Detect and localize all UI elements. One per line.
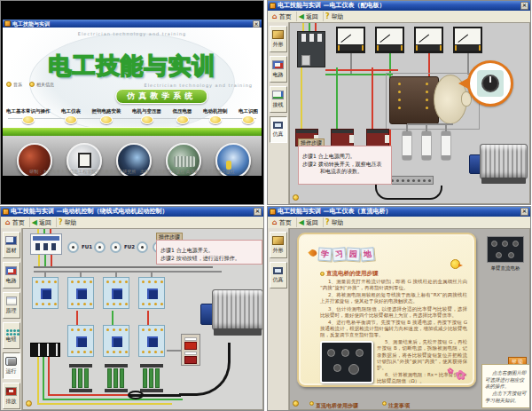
- link-usage-steps[interactable]: 直流电桥使用步骤: [309, 394, 358, 410]
- bridge-photo: [320, 341, 373, 383]
- menu-oval-icon: [242, 115, 254, 124]
- menu-item-diagrams[interactable]: 电工识图: [239, 108, 258, 124]
- home-button[interactable]: ⌂首页: [270, 12, 297, 21]
- home-button[interactable]: ⌂首页: [270, 217, 297, 227]
- sidebar-item-principle[interactable]: 原理: [3, 292, 20, 319]
- fuse-cartridge: [441, 130, 451, 161]
- title-bar[interactable]: 电工技能与实训 —电工仪表（直流电桥） ×: [268, 207, 530, 217]
- fuse-label: FU2: [124, 244, 135, 249]
- sidebar-item-simulation[interactable]: 仿真: [270, 116, 287, 143]
- menu-item-basics[interactable]: 电工基本常识与操作: [6, 108, 51, 124]
- music-icon[interactable]: [26, 400, 32, 407]
- wire: [112, 311, 113, 325]
- sidebar-item-troubleshoot[interactable]: 排故: [3, 383, 20, 409]
- window-title: 电工技能与实训 —电工仪表（直流电桥）: [278, 207, 519, 217]
- flower-decoration: ✿: [447, 367, 453, 375]
- music-icon: [6, 82, 12, 87]
- info-button[interactable]: 相关信息: [29, 82, 54, 87]
- motor: [200, 288, 263, 343]
- help-button[interactable]: ?帮助: [324, 12, 348, 21]
- close-button[interactable]: ×: [254, 208, 262, 216]
- app-icon: [4, 20, 11, 27]
- app-icon: [3, 209, 9, 215]
- back-button[interactable]: ◀返回: [297, 12, 324, 21]
- back-button[interactable]: ◀返回: [297, 217, 324, 227]
- breaker-rocker[interactable]: [43, 243, 48, 250]
- splash-content: Electrician technology and training 音乐 相…: [3, 28, 262, 176]
- music-button[interactable]: 音乐: [6, 82, 22, 87]
- back-label: 返回: [39, 218, 51, 227]
- motor-cable: [179, 343, 231, 396]
- fuse-cartridge: [402, 130, 412, 161]
- help-button[interactable]: ?帮助: [324, 217, 348, 227]
- contactor: [67, 325, 94, 357]
- title-bar[interactable]: 电工技能与实训 —电动机控制（绕线式电动机起动控制） ×: [1, 207, 263, 217]
- music-icon[interactable]: [293, 194, 299, 201]
- motor: [467, 142, 530, 192]
- sidebar-item-appearance[interactable]: 外形: [270, 26, 287, 52]
- magnifier-callout[interactable]: [467, 60, 513, 107]
- menu-item-meters[interactable]: 电工仪表: [61, 108, 81, 124]
- sidebar-item-wiring[interactable]: 接线: [270, 86, 287, 113]
- window-motor-control: 电工技能与实训 —电动机控制（绕线式电动机起动控制） × ⌂首页 ◀返回 ?帮助…: [0, 206, 264, 411]
- title-bar[interactable]: 电工技能与实训 ×: [3, 20, 262, 28]
- sidebar-item-appearance[interactable]: 外形: [270, 232, 287, 258]
- transfer-switch[interactable]: [389, 76, 439, 124]
- menu-item-lighting[interactable]: 照明电路安装: [92, 108, 121, 124]
- current-transformer: [331, 129, 354, 146]
- menu-oval-icon: [100, 115, 113, 124]
- sidebar-item-simulation[interactable]: 仿真: [270, 262, 287, 288]
- window-title: 电工技能与实训 —电动机控制（绕线式电动机起动控制）: [11, 207, 252, 217]
- help-line: 点击右侧图片即可选择进行相应仪表的操作。: [485, 370, 528, 391]
- duck-mascot-icon: [450, 259, 460, 269]
- wire: [406, 124, 408, 131]
- sidebar-item-circuit[interactable]: 电路: [270, 56, 287, 83]
- motor-base: [481, 178, 526, 184]
- sidebar: 器材 电路 原理 电钮 运行 排故: [1, 228, 22, 410]
- wire: [147, 311, 149, 325]
- wire: [336, 67, 338, 130]
- breaker-rocker[interactable]: [51, 243, 56, 250]
- breaker-rocker[interactable]: [35, 243, 40, 250]
- back-button[interactable]: ◀返回: [30, 217, 57, 227]
- home-label: 首页: [279, 218, 292, 227]
- sidebar-item-run[interactable]: 运行: [3, 352, 20, 379]
- menu-item-lowvoltage[interactable]: 低压电器: [173, 108, 192, 124]
- circuit-breaker[interactable]: [30, 233, 62, 255]
- back-icon: ◀: [299, 219, 304, 226]
- music-label: 音乐: [13, 82, 22, 87]
- main-breaker[interactable]: [297, 31, 325, 67]
- breaker-handle[interactable]: [301, 55, 310, 66]
- help-button[interactable]: ?帮助: [57, 217, 82, 227]
- back-label: 返回: [306, 218, 318, 227]
- tools-icon: [5, 236, 17, 245]
- menu-item-motor-control[interactable]: 电动机控制: [203, 108, 228, 124]
- sidebar-item-circuit[interactable]: 电路: [3, 262, 20, 288]
- window-dc-bridge: 电工技能与实训 —电工仪表（直流电桥） × ⌂首页 ◀返回 ?帮助 外形 仿真 …: [267, 206, 531, 411]
- window-panel-board: 电工技能与实训 —电工仪表（配电板） × ⌂首页 ◀返回 ?帮助 外形 电路 接…: [267, 0, 531, 205]
- paragraph: 2、将被测电阻用较粗的短导线接于面板上标有“RX”的两接线柱上并拧紧旋钮，使其处…: [320, 292, 467, 304]
- wire: [37, 357, 39, 405]
- title-bar[interactable]: 电工技能与实训 —电工仪表（配电板） ×: [268, 1, 530, 11]
- wire: [76, 311, 78, 325]
- menu-oval-icon: [176, 115, 189, 124]
- sidebar-item-equipment[interactable]: 器材: [3, 232, 20, 258]
- close-button[interactable]: ×: [253, 20, 260, 28]
- wire: [38, 255, 40, 266]
- contactor: [138, 325, 165, 357]
- link-precautions[interactable]: 注意事项: [382, 394, 410, 410]
- motor-base: [214, 328, 262, 336]
- close-button[interactable]: ×: [520, 2, 528, 10]
- simulation-canvas: FU1 FU2: [22, 228, 263, 410]
- bridge-thumbnail[interactable]: [487, 236, 524, 263]
- sidebar-item-buttons[interactable]: 电钮: [3, 322, 20, 349]
- menu-item-motors-transformers[interactable]: 电机与变压器: [132, 108, 161, 124]
- music-icon[interactable]: [293, 400, 299, 407]
- help-label: 帮助: [332, 12, 344, 21]
- knife-switch[interactable]: [30, 343, 60, 357]
- english-title: Electrician technology and training: [3, 31, 262, 36]
- content-area: 学习园地 直流电桥的使用步骤 1、测量前先打开检流计锁扣，即将 G 接线柱处的金…: [289, 228, 530, 410]
- close-button[interactable]: ×: [520, 208, 528, 216]
- help-icon: ?: [325, 219, 330, 226]
- home-button[interactable]: ⌂首页: [4, 217, 30, 227]
